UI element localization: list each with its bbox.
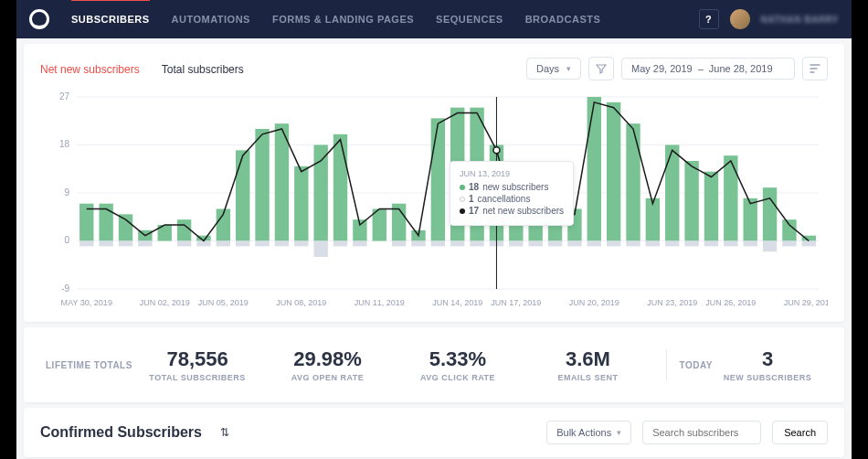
svg-rect-42 — [704, 172, 718, 241]
nav-automations[interactable]: AUTOMATIONS — [172, 0, 250, 37]
chart-tooltip: JUN 13, 2019 18 new subscribers1 cancell… — [450, 161, 574, 226]
svg-rect-75 — [646, 241, 660, 247]
today-heading: TODAY — [680, 360, 713, 370]
svg-rect-59 — [313, 241, 327, 258]
svg-rect-52 — [177, 241, 191, 247]
svg-rect-79 — [724, 241, 737, 247]
svg-rect-82 — [782, 241, 796, 247]
svg-rect-43 — [724, 155, 737, 240]
svg-point-85 — [493, 147, 500, 154]
svg-rect-60 — [333, 241, 347, 247]
svg-rect-62 — [392, 241, 406, 247]
section-title: Confirmed Subscribers — [40, 424, 202, 441]
svg-rect-45 — [763, 187, 777, 240]
svg-rect-22 — [313, 145, 327, 241]
filter-button[interactable] — [588, 57, 614, 80]
svg-rect-76 — [665, 241, 679, 247]
bulk-actions-select[interactable]: Bulk Actions ▾ — [546, 421, 631, 444]
user-name: NATHAN BARRY — [761, 15, 839, 25]
subscribers-chart[interactable]: -9091827MAY 30, 2019JUN 02, 2019JUN 05, … — [40, 90, 828, 315]
nav-broadcasts[interactable]: BROADCASTS — [525, 0, 601, 37]
svg-rect-64 — [431, 241, 445, 247]
brand-logo[interactable] — [29, 9, 49, 29]
svg-rect-78 — [704, 241, 718, 247]
tooltip-row: 1 cancellations — [460, 194, 564, 204]
svg-text:0: 0 — [65, 236, 70, 246]
stats-card: LIFETIME TOTALS 78,556TOTAL SUBSCRIBERS2… — [24, 327, 844, 402]
svg-rect-57 — [275, 241, 289, 247]
stat-emails-sent: 3.6MEMAILS SENT — [523, 347, 652, 382]
svg-rect-74 — [626, 241, 640, 247]
date-range-picker[interactable]: May 29, 2019 – June 28, 2019 — [621, 58, 795, 80]
stat-avg-click-rate: 5.33%AVG CLICK RATE — [393, 347, 523, 382]
svg-text:JUN 14, 2019: JUN 14, 2019 — [432, 298, 482, 307]
date-sep: – — [698, 63, 704, 74]
granularity-label: Days — [536, 63, 559, 74]
svg-rect-55 — [236, 241, 249, 247]
filter-icon — [596, 63, 607, 74]
search-box[interactable] — [642, 421, 761, 444]
tab-total-subscribers[interactable]: Total subscribers — [162, 63, 244, 76]
svg-rect-65 — [450, 241, 464, 247]
svg-rect-73 — [607, 241, 620, 247]
date-end: June 28, 2019 — [709, 63, 773, 74]
sort-toggle-icon[interactable]: ⇅ — [220, 426, 229, 439]
sort-button[interactable] — [802, 57, 828, 80]
today-value: 3 — [713, 347, 822, 371]
svg-text:JUN 17, 2019: JUN 17, 2019 — [491, 298, 541, 307]
svg-rect-80 — [744, 241, 757, 247]
svg-rect-28 — [431, 118, 445, 240]
stats-heading: LIFETIME TOTALS — [46, 360, 132, 370]
svg-text:JUN 08, 2019: JUN 08, 2019 — [276, 298, 326, 307]
svg-text:JUN 23, 2019: JUN 23, 2019 — [647, 298, 697, 307]
svg-rect-12 — [119, 214, 132, 240]
chevron-down-icon: ▾ — [617, 428, 621, 437]
tooltip-row: 18 new subscribers — [460, 182, 564, 192]
svg-rect-36 — [587, 97, 601, 241]
today-label: NEW SUBSCRIBERS — [713, 373, 822, 382]
svg-text:JUN 20, 2019: JUN 20, 2019 — [569, 298, 619, 307]
svg-rect-71 — [567, 241, 581, 247]
svg-rect-61 — [353, 241, 366, 247]
svg-rect-38 — [626, 123, 640, 240]
svg-rect-51 — [138, 241, 152, 247]
svg-rect-48 — [79, 241, 93, 247]
svg-rect-21 — [294, 166, 308, 241]
svg-text:MAY 30, 2019: MAY 30, 2019 — [61, 298, 112, 307]
svg-rect-40 — [665, 145, 679, 241]
divider — [666, 349, 667, 380]
subscribers-section: Confirmed Subscribers ⇅ Bulk Actions ▾ S… — [24, 408, 844, 457]
nav-forms-landing-pages[interactable]: FORMS & LANDING PAGES — [272, 0, 414, 37]
svg-rect-37 — [607, 102, 620, 241]
bulk-label: Bulk Actions — [556, 427, 611, 438]
svg-rect-15 — [177, 219, 191, 240]
svg-text:JUN 05, 2019: JUN 05, 2019 — [198, 298, 249, 307]
svg-rect-50 — [119, 241, 132, 247]
svg-text:JUN 29, 2019: JUN 29, 2019 — [784, 298, 828, 307]
svg-rect-44 — [744, 198, 757, 241]
svg-text:-9: -9 — [61, 283, 69, 294]
svg-rect-70 — [548, 241, 562, 247]
nav-sequences[interactable]: SEQUENCES — [436, 0, 503, 37]
svg-rect-69 — [528, 241, 542, 247]
svg-rect-56 — [255, 241, 269, 247]
help-button[interactable]: ? — [699, 9, 719, 29]
nav-subscribers[interactable]: SUBSCRIBERS — [71, 0, 150, 37]
search-button[interactable]: Search — [772, 421, 828, 444]
svg-text:JUN 02, 2019: JUN 02, 2019 — [140, 298, 190, 307]
svg-rect-19 — [255, 129, 269, 241]
search-input[interactable] — [652, 427, 751, 438]
svg-text:9: 9 — [65, 187, 70, 197]
tab-net-new-subscribers[interactable]: Net new subscribers — [40, 63, 140, 76]
sort-icon — [810, 64, 820, 73]
stat-avg-open-rate: 29.98%AVG OPEN RATE — [262, 347, 392, 382]
granularity-select[interactable]: Days ▾ — [526, 58, 581, 80]
avatar[interactable] — [730, 9, 750, 29]
svg-text:27: 27 — [59, 91, 70, 101]
svg-rect-54 — [217, 241, 230, 247]
top-nav: SUBSCRIBERSAUTOMATIONSFORMS & LANDING PA… — [16, 0, 852, 38]
stat-total-subscribers: 78,556TOTAL SUBSCRIBERS — [132, 347, 262, 382]
svg-rect-72 — [587, 241, 601, 247]
svg-rect-83 — [802, 241, 816, 247]
svg-rect-63 — [411, 241, 425, 247]
